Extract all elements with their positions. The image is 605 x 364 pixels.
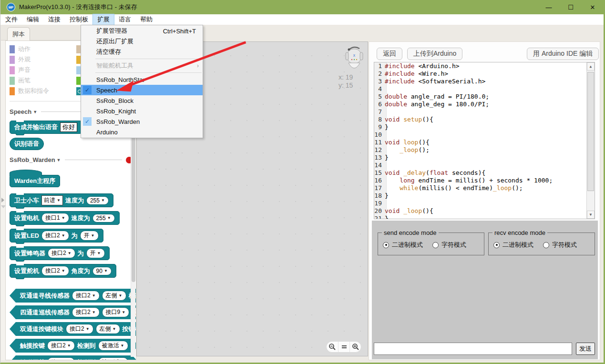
speak-block[interactable]: 合成并输出语音你好 <box>10 121 82 134</box>
category-color-icon <box>10 56 15 64</box>
category-label: 声音 <box>18 66 31 74</box>
block-dropdown[interactable]: 左侧▼ <box>102 291 126 301</box>
send-button[interactable]: 发送 <box>576 343 595 355</box>
block-dropdown[interactable]: 接口1▼ <box>41 213 69 223</box>
set-servo-block[interactable]: 设置舵机接口2▼角度为90▼ <box>10 264 116 278</box>
quad-line-sensor-block[interactable]: 四通道巡线传感器接口2▼接口9▼通道A▼ <box>10 305 136 319</box>
code-line: 6double angle_deg = 180.0/PI; <box>374 101 595 108</box>
category-外观[interactable]: 外观 <box>10 55 31 64</box>
recv-encode-label: recv encode mode <box>492 229 547 236</box>
menubar-item-6[interactable]: 帮助 <box>136 14 157 25</box>
close-button[interactable]: ✕ <box>582 0 604 14</box>
menu-item-SsRob_Block[interactable]: SsRob_Block <box>81 95 203 106</box>
menu-item-扩展管理器[interactable]: 扩展管理器Ctrl+Shift+T <box>81 26 203 36</box>
block-dropdown[interactable]: 左侧▼ <box>96 324 120 334</box>
menu-item-Speech[interactable]: ✓Speech <box>81 85 203 95</box>
block-dropdown[interactable]: 开▼ <box>86 248 105 258</box>
menu-item-label: SsRob_Knight <box>96 108 136 115</box>
menu-item-还原出厂扩展[interactable]: 还原出厂扩展 <box>81 36 203 47</box>
block-text-input[interactable]: 你好 <box>60 122 77 132</box>
menu-item-label: SsRob_Block <box>96 97 133 104</box>
category-label: 外观 <box>18 55 31 64</box>
scroll-up-button[interactable]: ▲ <box>587 62 595 71</box>
car-move-block[interactable]: 卫士小车前进▼速度为255▼ <box>10 193 113 207</box>
upload-arduino-button[interactable]: 上传到Arduino <box>407 48 462 60</box>
scroll-down-button[interactable]: ▼ <box>587 211 595 219</box>
code-line: 17 while(millis() < endTime)_loop(); <box>374 184 595 192</box>
block-dropdown[interactable]: 接口2▼ <box>41 266 69 276</box>
recv-binary-radio[interactable] <box>493 242 500 248</box>
menu-item-Arduino[interactable]: Arduino <box>81 127 203 137</box>
category-声音[interactable]: 声音 <box>10 66 31 74</box>
dual-button-block[interactable]: 双通道按键模块接口2▼左侧▼按键检测到 <box>10 322 136 336</box>
code-line: 21} <box>374 215 595 219</box>
tab-scripts[interactable]: 脚本 <box>7 27 30 40</box>
section-caret-icon: ▼ <box>33 110 37 114</box>
zoom-reset-button[interactable] <box>338 342 349 352</box>
warden-main-block[interactable]: Warden主程序 <box>10 175 60 187</box>
menubar-item-1[interactable]: 编辑 <box>22 14 43 25</box>
set-buzzer-block[interactable]: 设置蜂鸣器接口2▼为开▼ <box>10 246 110 260</box>
block-dropdown[interactable]: 前进▼ <box>41 195 63 205</box>
send-binary-radio[interactable] <box>383 242 389 248</box>
category-动作[interactable]: 动作 <box>10 45 31 53</box>
block-dropdown[interactable]: 255▼ <box>86 196 109 205</box>
menu-item-SsRob_Knight[interactable]: SsRob_Knight <box>81 106 203 116</box>
maximize-button[interactable]: ☐ <box>560 0 582 14</box>
menubar-item-3[interactable]: 控制板 <box>65 14 92 25</box>
touch-key-block[interactable]: 触摸按键接口2▼检测到被激活▼ <box>10 339 136 353</box>
menubar-item-5[interactable]: 语言 <box>114 14 135 25</box>
robot-sprite[interactable]: x <box>344 45 364 75</box>
touch-switch-block[interactable]: 触碰开关接口2▼检测到被激活▼ <box>10 355 136 360</box>
category-color-icon <box>10 66 15 74</box>
block-dropdown[interactable]: 接口2▼ <box>66 324 93 334</box>
block-dropdown[interactable]: 接口2▼ <box>41 231 69 241</box>
category-画笔[interactable]: 画笔 <box>10 76 31 85</box>
menubar-item-4[interactable]: 扩展 <box>93 14 114 25</box>
menu-item-清空缓存[interactable]: 清空缓存 <box>81 47 203 57</box>
extension-menu: 扩展管理器Ctrl+Shift+T还原出厂扩展清空缓存智能舵机工具›SsRob_… <box>81 25 203 138</box>
dual-line-sensor-block[interactable]: 双通道寻线传感器接口2▼左侧▼检测到 <box>10 289 136 303</box>
serial-monitor: send encode mode 二进制模式 字符模式 recv encode … <box>372 221 598 359</box>
menu-item-智能舵机工具[interactable]: 智能舵机工具› <box>81 61 203 71</box>
menubar-item-0[interactable]: 文件 <box>1 14 22 25</box>
checkmark-icon: ✓ <box>83 86 92 94</box>
edit-with-ide-button[interactable]: 用 Arduino IDE 编辑 <box>527 48 599 60</box>
code-scrollbar-thumb[interactable] <box>587 72 594 191</box>
recognize-block[interactable]: 识别语音 <box>10 138 44 150</box>
set-motor-block[interactable]: 设置电机接口1▼速度为255▼ <box>10 211 120 225</box>
block-dropdown[interactable]: 被激活▼ <box>98 357 128 360</box>
send-char-radio[interactable] <box>432 242 439 248</box>
block-dropdown[interactable]: 接口2▼ <box>47 357 75 360</box>
app-window: MP MakerPro(v10.3.0) - 没有连接串口 - 未保存 — ☐ … <box>0 0 605 364</box>
recv-char-radio[interactable] <box>543 242 549 248</box>
back-button[interactable]: 返回 <box>377 48 402 60</box>
menu-item-SsRob_Warden[interactable]: ✓SsRob_Warden <box>81 116 203 127</box>
minimize-button[interactable]: — <box>538 0 560 14</box>
block-dropdown[interactable]: 90▼ <box>92 267 112 275</box>
section-header-SsRob_Warden[interactable]: SsRob_Warden▼ <box>10 156 133 163</box>
zoom-out-button[interactable] <box>327 342 338 352</box>
recv-char-label: 字符模式 <box>552 241 577 249</box>
block-dropdown[interactable]: 接口2▼ <box>72 307 100 317</box>
code-editor[interactable]: 1#include <Arduino.h>2#include <Wire.h>3… <box>374 62 595 219</box>
block-dropdown[interactable]: 接口2▼ <box>72 291 100 301</box>
code-scrollbar[interactable]: ▲ ▼ <box>586 62 595 219</box>
block-dropdown[interactable]: 接口9▼ <box>102 307 130 317</box>
block-dropdown[interactable]: 接口2▼ <box>47 341 75 351</box>
code-line: 8void setup(){ <box>374 116 595 123</box>
block-dropdown[interactable]: 开▼ <box>80 231 99 241</box>
set-led-block[interactable]: 设置LED接口2▼为开▼ <box>10 229 103 243</box>
block-dropdown[interactable]: 接口2▼ <box>48 248 75 258</box>
block-dropdown[interactable]: 255▼ <box>92 214 115 222</box>
collapse-arrow-icon <box>1 198 4 202</box>
category-数据和指令[interactable]: 数据和指令 <box>10 87 49 95</box>
block-dropdown[interactable]: 被激活▼ <box>98 341 128 351</box>
zoom-in-button[interactable] <box>349 342 361 352</box>
serial-send-input[interactable] <box>374 343 572 355</box>
menubar-item-2[interactable]: 连接 <box>44 14 65 25</box>
menu-item-SsRob_NorthStar[interactable]: SsRob_NorthStar <box>81 74 203 85</box>
category-label: 动作 <box>18 45 31 53</box>
category-label: 画笔 <box>18 76 31 85</box>
recv-binary-label: 二进制模式 <box>502 241 533 249</box>
